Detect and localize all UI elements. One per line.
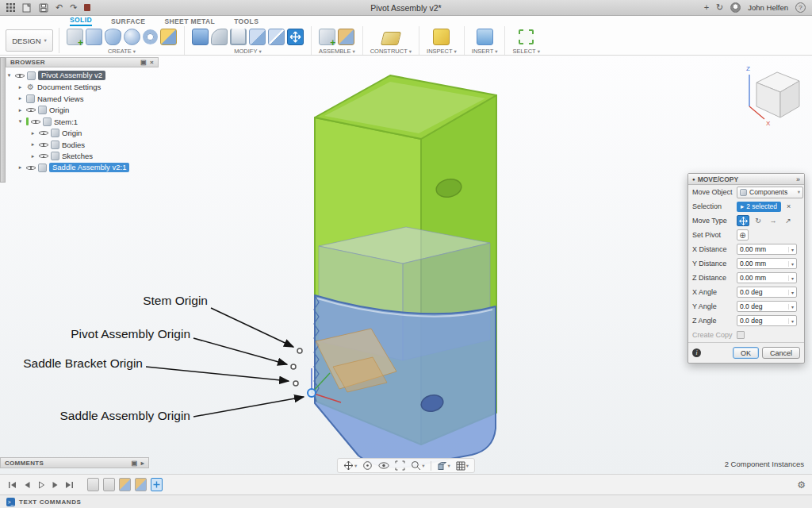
clear-selection-icon[interactable]: × [787,202,791,210]
combine-tool-icon[interactable] [249,29,266,45]
chevron-down-icon[interactable]: ▾ [788,261,796,267]
browser-header[interactable]: BROWSER ▣ × [6,57,159,67]
timeline-go-to-end-button[interactable] [63,479,75,491]
expand-arrow-icon[interactable]: ▸ [29,141,36,148]
x-angle-field[interactable]: 0.0 deg ▾ [737,287,797,298]
chevron-down-icon[interactable]: ▾ [788,304,796,310]
shell-tool-icon[interactable] [230,29,247,45]
saddle-assembly-origin-point[interactable] [308,389,316,397]
browser-item-document-settings[interactable]: ▸ ⚙ Document Settings [6,82,159,94]
browser-item-sketches[interactable]: ▸ Sketches [6,151,159,163]
cancel-button[interactable]: Cancel [762,347,800,359]
app-grid-icon[interactable] [6,3,15,12]
move-type-free-move-icon[interactable] [737,215,749,226]
move-tool-icon-active[interactable] [287,29,304,45]
redo-icon[interactable]: ↷ [70,3,77,12]
panel-drag-handle[interactable] [0,57,6,183]
new-component-tool-icon[interactable] [67,29,83,45]
save-icon[interactable] [39,3,48,13]
timeline-step-back-button[interactable] [21,479,33,491]
panel-dock-icon[interactable]: ▣ [140,59,147,66]
y-distance-field[interactable]: 0.00 mm ▾ [737,258,797,269]
browser-item-bodies[interactable]: ▸ Bodies [6,139,159,151]
browser-item-stem[interactable]: ▾ Stem:1 [6,116,159,128]
grid-settings-icon[interactable]: ▾ [456,461,469,471]
chevron-down-icon[interactable]: ▾ [788,318,796,324]
orbit-icon[interactable] [362,460,373,471]
avatar[interactable] [730,2,741,13]
select-tool-icon[interactable] [519,29,534,44]
browser-item-origin[interactable]: ▸ Origin [6,105,159,117]
create-torus-tool-icon[interactable] [143,29,158,44]
pan-icon[interactable]: ▾ [343,460,357,471]
x-distance-value[interactable]: 0.00 mm [737,245,788,253]
new-tab-icon[interactable]: + [704,3,709,12]
info-icon[interactable]: i [692,348,701,357]
move-type-translate-icon[interactable]: → [767,215,779,226]
set-pivot-button[interactable]: ⊕ [737,229,749,241]
viewport[interactable]: Stem Origin Pivot Assembly Origin Saddle… [0,56,812,474]
visibility-eye-icon[interactable] [26,164,36,172]
tab-sheet-metal[interactable]: SHEET METAL [164,17,215,26]
pivot-assembly-origin-point[interactable] [291,364,296,369]
tab-tools[interactable]: TOOLS [234,17,259,26]
visibility-eye-icon[interactable] [31,117,40,126]
visibility-eye-icon[interactable] [15,71,25,80]
ok-button[interactable]: OK [733,347,759,359]
panel-expand-icon[interactable]: ▸ [141,460,144,467]
create-sphere-tool-icon[interactable] [124,29,140,45]
x-angle-value[interactable]: 0.0 deg [737,288,788,296]
visibility-eye-icon[interactable] [39,140,48,149]
dialog-header[interactable]: ● MOVE/COPY » [688,174,804,185]
browser-item-root[interactable]: ▾ Pivot Assembly v2 [6,70,159,82]
assemble-new-component-icon[interactable] [319,29,335,45]
measure-tool-icon[interactable] [433,29,450,45]
visibility-eye-icon[interactable] [39,152,48,160]
y-distance-value[interactable]: 0.00 mm [737,260,788,267]
chevron-down-icon[interactable]: ▾ [788,275,796,281]
timeline-feature-component-1[interactable] [87,478,99,491]
visibility-eye-icon[interactable] [39,129,48,137]
undo-icon[interactable]: ↶ [56,3,63,12]
move-type-point-to-point-icon[interactable]: ↗ [782,215,795,226]
browser-item-stem-origin[interactable]: ▸ Origin [6,128,159,140]
timeline-feature-joint-1[interactable] [119,478,131,491]
z-angle-value[interactable]: 0.0 deg [737,317,788,325]
help-icon[interactable]: ? [795,2,806,13]
insert-tool-icon[interactable] [477,29,493,45]
panel-dock-icon[interactable]: ▣ [132,460,138,467]
group-assemble-label[interactable]: ASSEMBLE▾ [319,48,355,55]
comments-panel-header[interactable]: COMMENTS ▣ ▸ [0,457,149,468]
expand-arrow-icon[interactable]: ▸ [17,107,24,114]
joint-tool-icon[interactable] [338,29,354,45]
expand-arrow-icon[interactable]: ▸ [29,130,36,137]
create-copy-checkbox[interactable] [737,331,745,339]
group-create-label[interactable]: CREATE▾ [108,48,136,55]
expand-arrow-icon[interactable]: ▾ [6,72,13,79]
group-insert-label[interactable]: INSERT▾ [472,48,498,55]
file-menu-icon[interactable] [22,3,32,13]
construct-plane-tool-icon[interactable] [381,32,401,45]
look-at-icon[interactable] [378,461,389,470]
timeline-settings-gear-icon[interactable]: ⚙ [797,480,806,490]
saddle-bracket-origin-point[interactable] [293,381,298,386]
x-distance-field[interactable]: 0.00 mm ▾ [737,244,797,255]
user-name[interactable]: John Helfen [748,3,788,12]
zoom-fit-icon[interactable] [395,460,405,471]
timeline-play-button[interactable] [35,479,47,491]
timeline-feature-component-2[interactable] [103,478,115,491]
z-angle-field[interactable]: 0.0 deg ▾ [737,315,797,326]
sync-icon[interactable]: ↻ [716,3,723,12]
timeline-feature-joint-2[interactable] [135,478,147,491]
browser-item-named-views[interactable]: ▸ Named Views [6,93,159,105]
split-tool-icon[interactable] [268,29,285,45]
tab-surface[interactable]: SURFACE [111,17,145,26]
panel-close-icon[interactable]: × [150,59,154,66]
group-modify-label[interactable]: MODIFY▾ [234,48,261,55]
zoom-icon[interactable]: ▾ [411,460,424,471]
move-type-rotate-icon[interactable]: ↻ [752,215,764,226]
z-distance-field[interactable]: 0.00 mm ▾ [737,272,797,283]
visibility-eye-icon[interactable] [26,106,36,114]
design-dropdown[interactable]: DESIGN ▾ [6,29,53,52]
selection-chip[interactable]: ▸ 2 selected [737,202,781,212]
